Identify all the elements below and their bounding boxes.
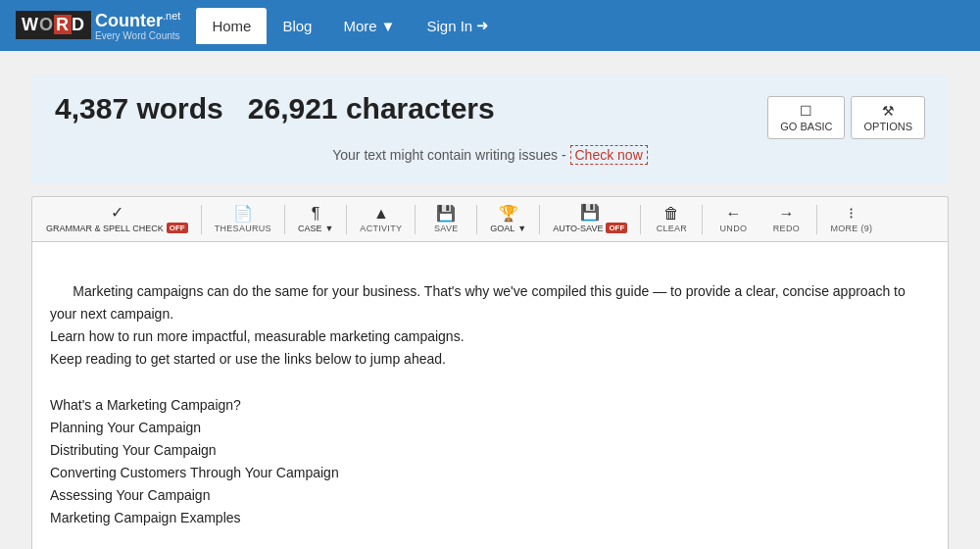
case-button[interactable]: ¶ CASE ▼ <box>290 202 341 237</box>
check-now-link[interactable]: Check now <box>570 145 648 165</box>
undo-button[interactable]: ← UNDO <box>708 202 759 237</box>
autosave-off-badge: OFF <box>606 223 627 233</box>
goal-button[interactable]: 🏆 GOAL ▼ <box>482 202 534 237</box>
separator-4 <box>415 205 416 234</box>
undo-icon: ← <box>725 206 741 222</box>
save-button[interactable]: 💾 SAVE <box>420 202 471 237</box>
page-wrapper: 4,387 words 26,921 characters ☐ GO BASIC… <box>20 51 960 549</box>
thesaurus-button[interactable]: 📄 THESAURUS <box>207 202 279 237</box>
save-icon: 💾 <box>436 206 456 222</box>
logo[interactable]: WORD Counter.net Every Word Counts <box>16 10 180 42</box>
nav-more[interactable]: More ▼ <box>327 12 411 40</box>
go-basic-icon: ☐ <box>800 103 812 119</box>
separator-5 <box>476 205 477 234</box>
navbar: WORD Counter.net Every Word Counts Home … <box>0 0 980 51</box>
stats-block: 4,387 words 26,921 characters ☐ GO BASIC… <box>31 75 949 184</box>
separator <box>201 205 202 234</box>
word-label: words <box>136 92 222 125</box>
logo-tagline: Every Word Counts <box>95 30 180 41</box>
activity-button[interactable]: ▲ ACTIVITY <box>352 202 410 237</box>
case-icon: ¶ <box>312 206 320 222</box>
clear-icon: 🗑 <box>663 206 679 222</box>
word-count: 4,387 <box>55 92 128 125</box>
checkmark-icon: ✓ <box>111 205 123 221</box>
stats-buttons: ☐ GO BASIC ⚒ OPTIONS <box>767 96 925 139</box>
editor-content: Marketing campaigns can do the same for … <box>50 283 917 549</box>
options-button[interactable]: ⚒ OPTIONS <box>851 96 925 139</box>
options-icon: ⚒ <box>882 103 895 119</box>
separator-9 <box>816 205 817 234</box>
chevron-down-icon: ▼ <box>381 18 396 34</box>
separator-8 <box>702 205 703 234</box>
autosave-button[interactable]: 💾 AUTO-SAVE OFF <box>545 201 635 237</box>
redo-icon: → <box>778 206 794 222</box>
nav-blog[interactable]: Blog <box>267 12 327 40</box>
separator-2 <box>284 205 285 234</box>
thesaurus-icon: 📄 <box>233 206 253 222</box>
goal-chevron-icon: ▼ <box>517 224 526 233</box>
activity-icon: ▲ <box>373 206 389 222</box>
char-count: 26,921 <box>248 92 338 125</box>
nav-links: Home Blog More ▼ Sign In ➜ <box>196 8 505 44</box>
separator-7 <box>640 205 641 234</box>
grammar-spell-check-button[interactable]: ✓ GRAMMAR & SPELL CHECK OFF <box>38 201 196 237</box>
char-label: characters <box>346 92 495 125</box>
grammar-off-badge: OFF <box>167 223 188 233</box>
toolbar: ✓ GRAMMAR & SPELL CHECK OFF 📄 THESAURUS … <box>31 196 949 241</box>
go-basic-button[interactable]: ☐ GO BASIC <box>767 96 845 139</box>
goal-icon: 🏆 <box>499 206 518 222</box>
autosave-icon: 💾 <box>580 205 600 221</box>
more-grid-icon: ⁝ <box>849 206 854 222</box>
nav-signin[interactable]: Sign In ➜ <box>411 11 505 40</box>
separator-6 <box>539 205 540 234</box>
stats-display: 4,387 words 26,921 characters <box>55 92 495 125</box>
redo-button[interactable]: → REDO <box>760 202 811 237</box>
logo-icon: WORD <box>16 11 91 39</box>
text-editor[interactable]: Marketing campaigns can do the same for … <box>31 241 949 549</box>
nav-home[interactable]: Home <box>196 8 267 44</box>
more-button[interactable]: ⁝ MORE (9) <box>822 202 880 237</box>
case-chevron-icon: ▼ <box>324 224 333 233</box>
logo-name: Counter <box>95 11 163 30</box>
logo-text: Counter.net Every Word Counts <box>95 10 180 42</box>
clear-button[interactable]: 🗑 CLEAR <box>646 202 697 237</box>
separator-3 <box>346 205 347 234</box>
editor-container: ✓ GRAMMAR & SPELL CHECK OFF 📄 THESAURUS … <box>31 196 949 549</box>
check-notice: Your text might contain writing issues -… <box>55 147 925 163</box>
signin-arrow-icon: ➜ <box>476 17 489 34</box>
